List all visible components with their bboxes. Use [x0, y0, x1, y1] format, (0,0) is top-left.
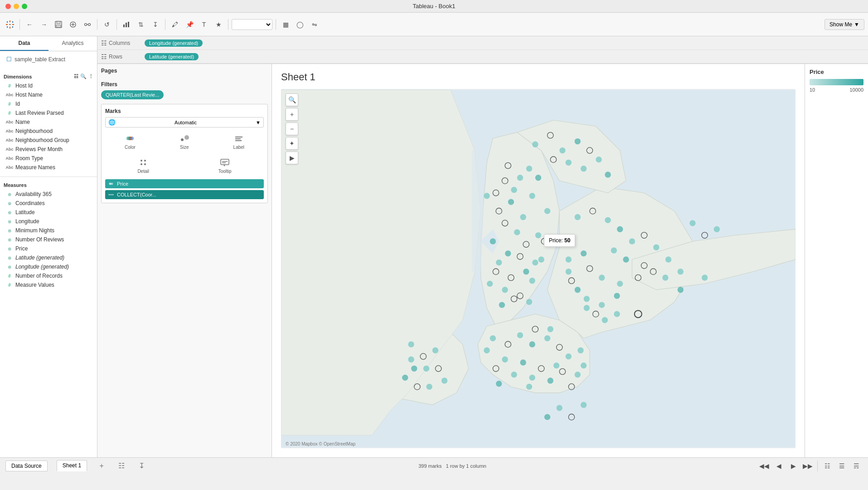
measure-item[interactable]: #Measure Values — [4, 280, 93, 289]
export-sheet-button[interactable]: ↧ — [136, 461, 147, 471]
share-icon[interactable]: ⇋ — [308, 18, 321, 31]
svg-point-143 — [408, 341, 414, 347]
dimension-item[interactable]: #Host Id — [4, 81, 93, 90]
data-source-tab[interactable]: Data Source — [5, 461, 48, 471]
svg-point-152 — [402, 375, 408, 381]
minimize-button[interactable] — [14, 4, 19, 9]
data-tab[interactable]: Data — [0, 36, 48, 51]
new-datasource-icon[interactable] — [67, 18, 79, 31]
measure-item[interactable]: ⊕Latitude — [4, 208, 93, 217]
text-icon[interactable]: T — [198, 18, 210, 31]
dimension-item[interactable]: AbcName — [4, 118, 93, 127]
dimension-item[interactable]: AbcReviews Per Month — [4, 145, 93, 154]
mark-field-price[interactable]: Price — [105, 179, 264, 188]
measure-item[interactable]: ⊕Longitude (generated) — [4, 262, 93, 271]
pin-icon[interactable]: ★ — [212, 18, 225, 31]
forward-icon[interactable]: → — [38, 18, 50, 31]
size-button[interactable]: Size — [177, 131, 192, 152]
close-button[interactable] — [5, 4, 11, 9]
measure-item[interactable]: ⊕Minimum Nights — [4, 226, 93, 235]
expand-icon[interactable]: ⋮ — [88, 74, 93, 79]
measure-item[interactable]: #Number of Records — [4, 271, 93, 280]
grid-view-button[interactable]: ☷ — [821, 460, 834, 472]
refresh-icon[interactable]: ↺ — [101, 18, 113, 31]
map-expand-button[interactable]: ▶ — [286, 152, 298, 164]
map-search-button[interactable]: 🔍 — [286, 93, 298, 106]
list-view-button[interactable]: ☰ — [835, 460, 848, 472]
detail-button[interactable]: Detail — [136, 155, 151, 176]
filter-pill[interactable]: QUARTER(Last Revie... — [101, 90, 164, 99]
prev-step-button[interactable]: ◀ — [772, 460, 785, 472]
marks-type-select[interactable]: 🌐 Automatic ▼ — [105, 117, 264, 127]
dimension-item[interactable]: #Last Review Parsed — [4, 108, 93, 118]
svg-point-91 — [544, 335, 550, 341]
next-step-button[interactable]: ▶ — [787, 460, 800, 472]
svg-point-38 — [111, 183, 113, 185]
device-icon[interactable]: ◯ — [294, 18, 306, 31]
save-icon[interactable] — [52, 18, 65, 31]
measure-item[interactable]: ⊕Availability 365 — [4, 190, 93, 199]
columns-pill[interactable]: Longitude (generated) — [145, 39, 203, 47]
label-button[interactable]: Label — [232, 131, 246, 152]
grid-icon[interactable]: ☷ — [74, 74, 78, 79]
map-container[interactable]: 🔍 + − ✦ ▶ Price: 50 © 2020 Mapbox © Open… — [281, 89, 795, 448]
columns-label: ☷ Columns — [101, 39, 142, 47]
charts-icon[interactable] — [120, 18, 133, 31]
dimension-item[interactable]: #Id — [4, 99, 93, 108]
svg-rect-33 — [221, 159, 229, 165]
map-zoom-out-button[interactable]: − — [286, 122, 298, 135]
abc-icon: Abc — [6, 155, 13, 162]
add-sheet-button[interactable]: + — [96, 461, 107, 471]
carousel-view-button[interactable]: ☴ — [850, 460, 863, 472]
svg-marker-34 — [223, 165, 225, 167]
map-location-button[interactable]: ✦ — [286, 137, 298, 150]
svg-point-70 — [538, 256, 544, 262]
marks-type-row: 🌐 Automatic ▼ — [105, 117, 264, 127]
maximize-button[interactable] — [22, 4, 27, 9]
dashboard-icon[interactable]: ▦ — [279, 18, 292, 31]
map-zoom-in-button[interactable]: + — [286, 108, 298, 121]
svg-rect-3 — [12, 24, 14, 25]
measure-item[interactable]: ⊕Coordinates — [4, 199, 93, 208]
sheet1-tab[interactable]: Sheet 1 — [57, 460, 87, 471]
annotation-icon[interactable]: 📌 — [183, 18, 196, 31]
search-icon[interactable]: 🔍 — [80, 74, 87, 79]
datasource-icon: ☐ — [6, 56, 12, 63]
swap-icon[interactable]: ⇅ — [135, 18, 147, 31]
measure-item[interactable]: ⊕Latitude (generated) — [4, 253, 93, 262]
dimension-item[interactable]: AbcRoom Type — [4, 154, 93, 163]
dimension-item[interactable]: AbcHost Name — [4, 90, 93, 99]
rows-pill[interactable]: Latitude (generated) — [145, 53, 199, 60]
show-me-button[interactable]: Show Me ▼ — [824, 19, 864, 30]
analytics-tab[interactable]: Analytics — [48, 36, 97, 51]
highlight-icon[interactable]: 🖍 — [169, 18, 181, 31]
svg-point-77 — [532, 142, 538, 147]
sort-icon[interactable]: ↧ — [149, 18, 162, 31]
pages-title: Pages — [101, 68, 268, 74]
tooltip-button[interactable]: Tooltip — [217, 155, 233, 176]
data-source-item[interactable]: ☐ sample_table Extract — [4, 54, 93, 64]
svg-point-106 — [526, 384, 532, 390]
duplicate-sheet-button[interactable]: ☷ — [116, 461, 127, 471]
view-selector[interactable] — [232, 19, 272, 30]
window-title: Tableau - Book1 — [413, 3, 456, 10]
svg-point-76 — [526, 299, 532, 305]
svg-point-114 — [605, 217, 611, 223]
measure-item[interactable]: ⊕Number Of Reviews — [4, 235, 93, 244]
tooltip-icon — [219, 157, 230, 168]
next-button[interactable]: ▶▶ — [801, 460, 814, 472]
svg-point-150 — [426, 384, 432, 390]
mark-field-collect[interactable]: COLLECT(Coor... — [105, 190, 264, 199]
svg-point-118 — [653, 245, 659, 250]
back-icon[interactable]: ← — [23, 18, 36, 31]
svg-point-87 — [490, 335, 496, 341]
measure-item[interactable]: ⊕Longitude — [4, 217, 93, 226]
connect-icon[interactable] — [81, 18, 94, 31]
svg-point-135 — [566, 256, 572, 262]
measure-item[interactable]: ⊕Price — [4, 244, 93, 253]
dimension-item[interactable]: AbcMeasure Names — [4, 163, 93, 172]
prev-button[interactable]: ◀◀ — [758, 460, 771, 472]
color-button[interactable]: Color — [123, 131, 137, 152]
dimension-item[interactable]: AbcNeighbourhood — [4, 127, 93, 136]
dimension-item[interactable]: AbcNeighbourhood Group — [4, 136, 93, 145]
